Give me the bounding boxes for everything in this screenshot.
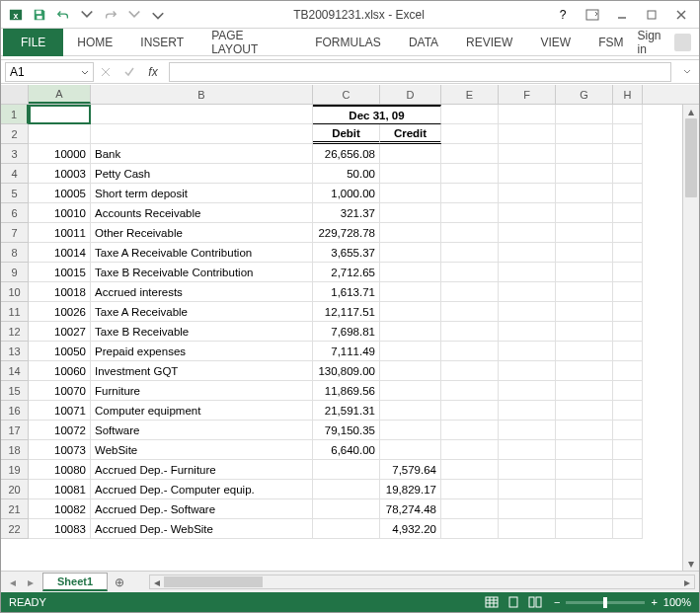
cell-empty[interactable] <box>441 144 499 164</box>
account-desc[interactable]: Investment GQT <box>91 361 313 381</box>
cell-G1[interactable] <box>556 105 613 124</box>
credit-value[interactable]: 19,829.17 <box>380 480 441 499</box>
debit-value[interactable]: 1,613.71 <box>313 282 380 302</box>
account-code[interactable]: 10072 <box>29 421 91 440</box>
debit-header[interactable]: Debit <box>313 124 380 144</box>
cell-empty[interactable] <box>613 421 643 440</box>
new-sheet-icon[interactable]: ⊕ <box>110 573 129 592</box>
cell-empty[interactable] <box>441 519 499 539</box>
credit-value[interactable]: 78,274.48 <box>380 499 441 519</box>
close-icon[interactable] <box>667 5 695 25</box>
debit-value[interactable] <box>313 499 380 519</box>
row-header-7[interactable]: 7 <box>1 223 29 243</box>
account-code[interactable]: 10015 <box>29 263 91 282</box>
debit-value[interactable]: 7,698.81 <box>313 322 380 342</box>
column-header-F[interactable]: F <box>499 85 556 104</box>
column-header-E[interactable]: E <box>441 85 499 104</box>
cell-E1[interactable] <box>441 105 499 124</box>
namebox-dropdown-icon[interactable] <box>81 65 89 79</box>
scroll-left-icon[interactable]: ◂ <box>150 575 164 588</box>
cell-empty[interactable] <box>556 322 613 342</box>
row-header-5[interactable]: 5 <box>1 184 29 203</box>
account-code[interactable]: 10070 <box>29 381 91 401</box>
column-header-C[interactable]: C <box>313 85 380 104</box>
cell-H1[interactable] <box>613 105 643 124</box>
cell-empty[interactable] <box>556 184 613 203</box>
row-header-15[interactable]: 15 <box>1 381 29 401</box>
cell-empty[interactable] <box>556 164 613 184</box>
cancel-formula-icon[interactable] <box>94 62 117 82</box>
column-header-D[interactable]: D <box>380 85 441 104</box>
row-header-9[interactable]: 9 <box>1 263 29 282</box>
cell-empty[interactable] <box>556 302 613 322</box>
account-desc[interactable]: Accrued Dep.- Software <box>91 499 313 519</box>
credit-value[interactable] <box>380 361 441 381</box>
cell-empty[interactable] <box>556 460 613 480</box>
account-desc[interactable]: Taxe B Receivable <box>91 322 313 342</box>
row-header-6[interactable]: 6 <box>1 203 29 223</box>
account-desc[interactable]: Taxe B Receivable Contribution <box>91 263 313 282</box>
column-header-B[interactable]: B <box>91 85 313 104</box>
formula-input[interactable] <box>169 62 671 82</box>
cell-empty[interactable] <box>441 184 499 203</box>
tab-review[interactable]: REVIEW <box>452 29 526 56</box>
cell-A1[interactable] <box>29 105 91 124</box>
enter-formula-icon[interactable] <box>117 62 141 82</box>
tab-insert[interactable]: INSERT <box>126 29 197 56</box>
cell-empty[interactable] <box>441 342 499 361</box>
credit-value[interactable] <box>380 381 441 401</box>
credit-value[interactable] <box>380 401 441 421</box>
account-desc[interactable]: Accrued Dep.- WebSite <box>91 519 313 539</box>
redo-icon[interactable] <box>100 4 121 26</box>
column-header-G[interactable]: G <box>556 85 613 104</box>
cell-empty[interactable] <box>441 282 499 302</box>
tab-page-layout[interactable]: PAGE LAYOUT <box>197 29 301 56</box>
cell-empty[interactable] <box>499 164 556 184</box>
credit-value[interactable] <box>380 282 441 302</box>
formula-expand-icon[interactable] <box>675 62 699 82</box>
debit-value[interactable]: 21,591.31 <box>313 401 380 421</box>
account-desc[interactable]: Accrued Dep.- Furniture <box>91 460 313 480</box>
cell-empty[interactable] <box>613 401 643 421</box>
tab-view[interactable]: VIEW <box>526 29 584 56</box>
row-header-3[interactable]: 3 <box>1 144 29 164</box>
page-layout-view-icon[interactable] <box>503 594 524 610</box>
zoom-slider[interactable] <box>566 601 645 604</box>
debit-value[interactable]: 2,712.65 <box>313 263 380 282</box>
row-header-22[interactable]: 22 <box>1 519 29 539</box>
cell-empty[interactable] <box>441 243 499 263</box>
account-code[interactable]: 10010 <box>29 203 91 223</box>
debit-value[interactable] <box>313 480 380 499</box>
debit-value[interactable]: 12,117.51 <box>313 302 380 322</box>
debit-value[interactable]: 321.37 <box>313 203 380 223</box>
insert-function-icon[interactable]: fx <box>141 62 165 82</box>
credit-value[interactable]: 4,932.20 <box>380 519 441 539</box>
cell-empty[interactable] <box>499 460 556 480</box>
maximize-icon[interactable] <box>638 5 665 25</box>
sheet-tab-sheet1[interactable]: Sheet1 <box>42 573 108 591</box>
cell-empty[interactable] <box>441 322 499 342</box>
horizontal-scrollbar[interactable]: ◂ ▸ <box>149 575 695 589</box>
undo-dropdown-icon[interactable] <box>76 4 98 26</box>
cell-empty[interactable] <box>441 223 499 243</box>
account-code[interactable]: 10071 <box>29 401 91 421</box>
account-code[interactable]: 10011 <box>29 223 91 243</box>
cell-empty[interactable] <box>499 342 556 361</box>
row-header-17[interactable]: 17 <box>1 421 29 440</box>
cell-empty[interactable] <box>499 302 556 322</box>
account-code[interactable]: 10005 <box>29 184 91 203</box>
cell-empty[interactable] <box>441 164 499 184</box>
cell-empty[interactable] <box>499 499 556 519</box>
credit-value[interactable] <box>380 243 441 263</box>
credit-value[interactable] <box>380 164 441 184</box>
row-header-4[interactable]: 4 <box>1 164 29 184</box>
cell-empty[interactable] <box>613 243 643 263</box>
vscroll-thumb[interactable] <box>685 118 697 197</box>
account-desc[interactable]: Short term deposit <box>91 184 313 203</box>
cell-F1[interactable] <box>499 105 556 124</box>
account-desc[interactable]: Software <box>91 421 313 440</box>
account-desc[interactable]: Other Receivable <box>91 223 313 243</box>
cell-B1[interactable] <box>91 105 313 124</box>
cell-F2[interactable] <box>499 124 556 144</box>
credit-value[interactable] <box>380 421 441 440</box>
